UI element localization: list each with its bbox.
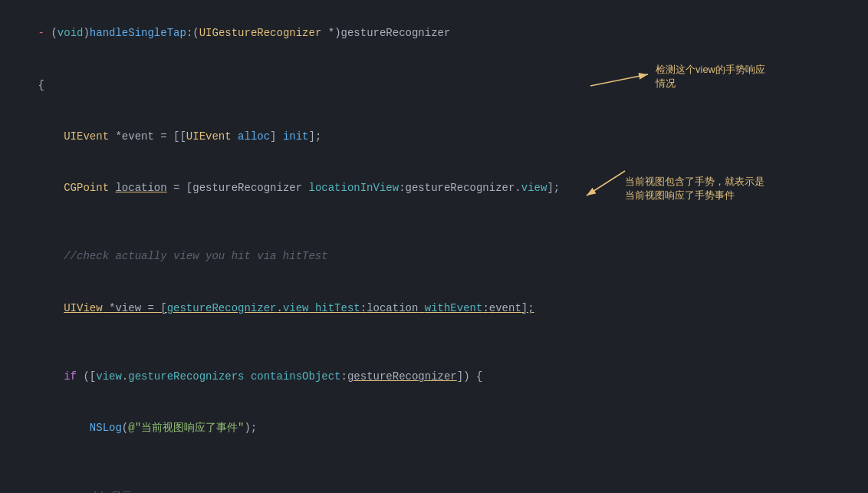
svg-line-0 (590, 74, 648, 86)
code-line-7: UIView *view = [gestureRecognizer.view h… (0, 282, 868, 334)
code-line-8 (0, 334, 868, 350)
svg-line-2 (587, 171, 625, 196)
code-line-6: //check actually view you hit via hitTes… (0, 231, 868, 282)
code-line-11 (0, 454, 868, 471)
annotation-gesture-detect: 检测这个view的手势响应情况 (656, 63, 824, 90)
code-line-1: - (void)handleSingleTap:(UIGestureRecogn… (0, 8, 868, 59)
annotation-gesture-response: 当前视图包含了手势，就表示是当前视图响应了手势事件 (625, 175, 840, 202)
code-editor: - (void)handleSingleTap:(UIGestureRecogn… (0, 0, 868, 493)
code-line-12: // 显示 (0, 472, 868, 493)
code-line-9: if ([view.gestureRecognizers containsObj… (0, 351, 868, 403)
arrow-2 (583, 171, 629, 202)
arrow-1 (590, 71, 659, 101)
code-line-10: NSLog(@"当前视图响应了事件"); (0, 403, 868, 454)
code-line-5 (0, 214, 868, 231)
minus-sign: - (38, 27, 51, 39)
code-line-3: UIEvent *event = [[UIEvent alloc] init]; (0, 110, 868, 162)
